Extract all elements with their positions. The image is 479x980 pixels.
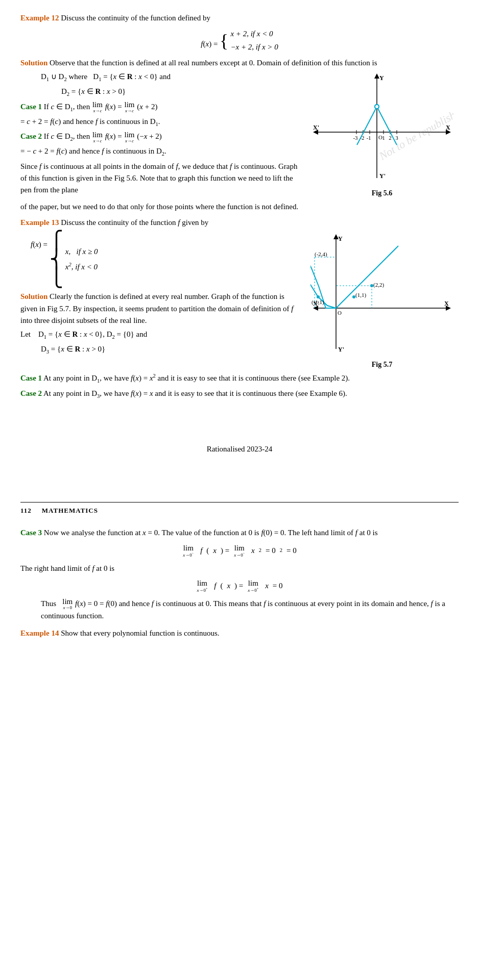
domain-text: D1 ∪ D2 where D1 = {x ∈ R : x < 0} and: [41, 71, 300, 84]
fig56-caption: Fig 5.6: [305, 188, 459, 199]
right-limit-formula: lim x→0+ f(x) = lim x→0+ x = 0: [20, 580, 459, 593]
let-text: Let D1 = {x ∈ R : x < 0}, D2 = {0} and: [20, 329, 300, 341]
example12-conclusion-end: of the paper, but we need to do that onl…: [20, 201, 459, 213]
example12-header: Example 12 Discuss the continuity of the…: [20, 12, 459, 24]
solution12-text-col: D1 ∪ D2 where D1 = {x ∈ R : x < 0} and D…: [20, 71, 300, 198]
svg-text:(-1,1): (-1,1): [312, 299, 324, 306]
svg-text:O: O: [338, 310, 342, 316]
left-limit-formula: lim x→0− f(x) = lim x→0− x2 = 02 = 0: [20, 544, 459, 558]
example13-formula: f(x) = ⎧⎨⎩ x, if x ≥ 0 x2, if x < 0: [31, 232, 300, 287]
case1-header: Case 1 If c ∈ D1, then limx→c f(x) = lim…: [20, 101, 300, 114]
example13-cases: x, if x ≥ 0 x2, if x < 0: [65, 246, 98, 273]
domain-d2: D2 = {x ∈ R : x > 0}: [61, 86, 300, 98]
case1-result: = c + 2 = f(c) and hence f is continuous…: [20, 116, 300, 129]
footer-text: Rationalised 2023-24: [207, 445, 273, 453]
page-number: 112: [20, 506, 32, 516]
solution12-label: Solution: [20, 59, 47, 67]
svg-text:O: O: [378, 134, 382, 140]
svg-text:X: X: [444, 300, 449, 307]
subject-label: MATHEMATICS: [42, 506, 98, 516]
case3-conclusion: Thus lim x→0 f(x) = 0 = f(0) and hence f…: [41, 598, 459, 622]
svg-text:-1: -1: [366, 135, 371, 141]
svg-text:X': X': [313, 124, 319, 131]
svg-point-25: [375, 105, 379, 109]
example12-solution: Solution Observe that the function is de…: [20, 57, 459, 213]
example12-formula: f(x) = { x + 2, if x < 0 −x + 2, if x > …: [20, 28, 459, 53]
svg-text:Not to be republished: Not to be republished: [376, 103, 453, 163]
case2-header: Case 2 If c ∈ D2, then limx→c f(x) = lim…: [20, 131, 300, 143]
brace-left-icon: {: [220, 32, 228, 50]
page-divider: [20, 502, 459, 502]
example14-text: Show that every polynomial function is c…: [61, 629, 219, 637]
svg-text:(1,1): (1,1): [355, 292, 366, 298]
svg-text:(2,2): (2,2): [373, 282, 384, 288]
solution12-text: Observe that the function is defined at …: [50, 59, 377, 67]
page-footer: Rationalised 2023-24: [20, 443, 459, 455]
svg-text:Y: Y: [338, 235, 343, 242]
case3-intro: Case 3 Now we analyse the function at x …: [20, 527, 459, 539]
svg-text:(-2,4): (-2,4): [315, 251, 327, 258]
case2-result: = − c + 2 = f(c) and hence f is continuo…: [20, 145, 300, 158]
svg-text:Y: Y: [379, 74, 384, 82]
svg-text:1: 1: [382, 135, 385, 141]
example13-header: Example 13 Discuss the continuity of the…: [20, 217, 459, 229]
svg-line-37: [336, 246, 398, 308]
right-limit-intro: The right hand limit of f at 0 is: [20, 563, 459, 574]
example12-cases: x + 2, if x < 0 −x + 2, if x > 0: [230, 28, 278, 53]
example12-label: Example 12: [20, 14, 59, 22]
figure-5-7: Y X X' Y' O: [305, 232, 459, 370]
page-header: 112 MATHEMATICS: [20, 506, 459, 521]
svg-text:2: 2: [389, 135, 392, 141]
svg-marker-2: [374, 73, 379, 79]
svg-text:Y': Y': [379, 172, 386, 180]
example12-conclusion-partial: Since f is continuous at all points in t…: [20, 161, 300, 196]
example13-case1: Case 1 At any point in D1, we have f(x) …: [20, 372, 459, 385]
example12-text: Discuss the continuity of the function d…: [61, 14, 210, 22]
example13-text: Discuss the continuity of the function f…: [61, 218, 208, 227]
figure-5-6: -3 -2 -1 1 2 3 Y X X' Y': [305, 71, 459, 199]
svg-text:-3: -3: [353, 135, 358, 141]
example14-label: Example 14: [20, 629, 59, 637]
fig57-caption: Fig 5.7: [305, 359, 459, 370]
let-d3: D3 = {x ∈ R : x > 0}: [41, 343, 300, 356]
solution13-intro: Solution Clearly the function is defined…: [20, 291, 300, 326]
example13-label: Example 13: [20, 218, 59, 227]
svg-point-40: [317, 295, 320, 298]
example13-case2: Case 2 At any point in D3, we have f(x) …: [20, 388, 459, 400]
svg-text:Y': Y': [338, 346, 344, 353]
example14-header: Example 14 Show that every polynomial fu…: [20, 627, 459, 639]
example13-text-col: f(x) = ⎧⎨⎩ x, if x ≥ 0 x2, if x < 0 Solu…: [20, 232, 300, 358]
